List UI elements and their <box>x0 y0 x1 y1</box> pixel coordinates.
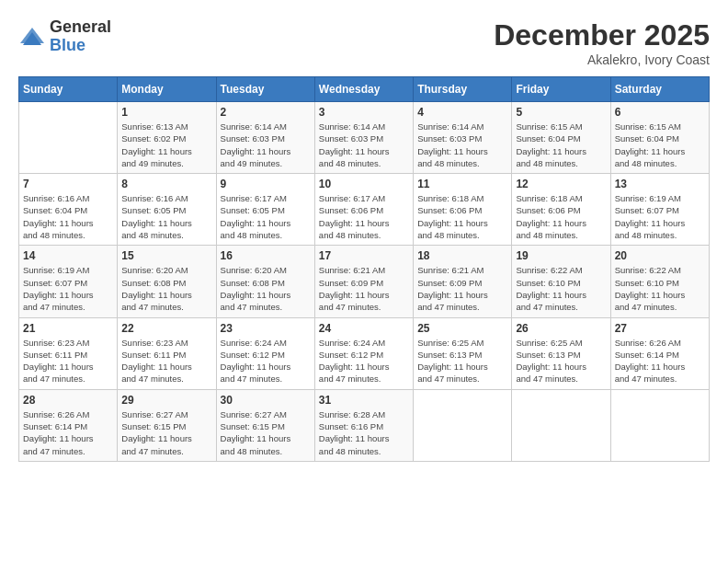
day-number: 21 <box>23 322 113 335</box>
calendar-cell <box>19 102 118 174</box>
day-info: Sunrise: 6:20 AMSunset: 6:08 PMDaylight:… <box>121 264 211 313</box>
calendar-cell: 31Sunrise: 6:28 AMSunset: 6:16 PMDayligh… <box>314 389 413 461</box>
week-row-1: 1Sunrise: 6:13 AMSunset: 6:02 PMDaylight… <box>19 102 710 174</box>
day-number: 19 <box>516 249 606 262</box>
day-info: Sunrise: 6:15 AMSunset: 6:04 PMDaylight:… <box>615 121 705 169</box>
calendar-cell: 29Sunrise: 6:27 AMSunset: 6:15 PMDayligh… <box>118 389 216 461</box>
calendar-cell: 2Sunrise: 6:14 AMSunset: 6:03 PMDaylight… <box>216 102 314 174</box>
day-number: 8 <box>121 178 211 190</box>
day-info: Sunrise: 6:26 AMSunset: 6:14 PMDaylight:… <box>615 337 705 385</box>
calendar-cell: 22Sunrise: 6:23 AMSunset: 6:11 PMDayligh… <box>118 317 216 389</box>
calendar-cell: 14Sunrise: 6:19 AMSunset: 6:07 PMDayligh… <box>19 246 118 317</box>
logo-general: General <box>50 18 111 37</box>
day-info: Sunrise: 6:23 AMSunset: 6:11 PMDaylight:… <box>23 337 113 385</box>
calendar-cell: 4Sunrise: 6:14 AMSunset: 6:03 PMDaylight… <box>414 102 512 174</box>
calendar-cell: 11Sunrise: 6:18 AMSunset: 6:06 PMDayligh… <box>414 174 512 246</box>
calendar-cell: 25Sunrise: 6:25 AMSunset: 6:13 PMDayligh… <box>414 317 512 389</box>
day-info: Sunrise: 6:23 AMSunset: 6:11 PMDaylight:… <box>121 337 211 385</box>
day-number: 1 <box>121 106 211 119</box>
day-info: Sunrise: 6:19 AMSunset: 6:07 PMDaylight:… <box>23 264 113 313</box>
day-number: 20 <box>615 249 705 262</box>
week-row-2: 7Sunrise: 6:16 AMSunset: 6:04 PMDaylight… <box>19 174 710 246</box>
day-number: 27 <box>615 322 705 335</box>
day-info: Sunrise: 6:14 AMSunset: 6:03 PMDaylight:… <box>319 121 409 169</box>
day-info: Sunrise: 6:19 AMSunset: 6:07 PMDaylight:… <box>615 192 705 241</box>
day-info: Sunrise: 6:21 AMSunset: 6:09 PMDaylight:… <box>319 264 409 313</box>
day-number: 14 <box>23 249 113 262</box>
day-info: Sunrise: 6:17 AMSunset: 6:06 PMDaylight:… <box>319 192 409 241</box>
calendar: SundayMondayTuesdayWednesdayThursdayFrid… <box>18 76 710 462</box>
calendar-cell: 24Sunrise: 6:24 AMSunset: 6:12 PMDayligh… <box>314 317 413 389</box>
day-info: Sunrise: 6:27 AMSunset: 6:15 PMDaylight:… <box>121 408 211 457</box>
day-info: Sunrise: 6:14 AMSunset: 6:03 PMDaylight:… <box>221 121 311 169</box>
calendar-cell: 23Sunrise: 6:24 AMSunset: 6:12 PMDayligh… <box>216 317 314 389</box>
day-number: 10 <box>319 178 409 190</box>
week-row-3: 14Sunrise: 6:19 AMSunset: 6:07 PMDayligh… <box>19 246 710 317</box>
day-info: Sunrise: 6:26 AMSunset: 6:14 PMDaylight:… <box>23 408 113 457</box>
calendar-cell: 8Sunrise: 6:16 AMSunset: 6:05 PMDaylight… <box>118 174 216 246</box>
calendar-cell: 6Sunrise: 6:15 AMSunset: 6:04 PMDaylight… <box>610 102 709 174</box>
calendar-cell: 5Sunrise: 6:15 AMSunset: 6:04 PMDaylight… <box>512 102 610 174</box>
day-number: 15 <box>121 249 211 262</box>
week-row-4: 21Sunrise: 6:23 AMSunset: 6:11 PMDayligh… <box>19 317 710 389</box>
day-header-wednesday: Wednesday <box>314 77 413 102</box>
logo: General Blue <box>18 18 111 55</box>
day-number: 26 <box>516 322 606 335</box>
calendar-cell <box>512 389 610 461</box>
week-row-5: 28Sunrise: 6:26 AMSunset: 6:14 PMDayligh… <box>19 389 710 461</box>
day-number: 29 <box>121 394 211 407</box>
day-number: 28 <box>23 394 113 407</box>
day-info: Sunrise: 6:17 AMSunset: 6:05 PMDaylight:… <box>221 192 311 241</box>
day-info: Sunrise: 6:20 AMSunset: 6:08 PMDaylight:… <box>221 264 311 313</box>
day-header-sunday: Sunday <box>19 77 118 102</box>
day-info: Sunrise: 6:15 AMSunset: 6:04 PMDaylight:… <box>516 121 606 169</box>
calendar-cell: 20Sunrise: 6:22 AMSunset: 6:10 PMDayligh… <box>610 246 709 317</box>
header-row: SundayMondayTuesdayWednesdayThursdayFrid… <box>19 77 710 102</box>
calendar-cell: 27Sunrise: 6:26 AMSunset: 6:14 PMDayligh… <box>610 317 709 389</box>
day-number: 7 <box>23 178 113 190</box>
day-info: Sunrise: 6:16 AMSunset: 6:04 PMDaylight:… <box>23 192 113 241</box>
day-info: Sunrise: 6:14 AMSunset: 6:03 PMDaylight:… <box>417 121 507 169</box>
day-info: Sunrise: 6:13 AMSunset: 6:02 PMDaylight:… <box>121 121 211 169</box>
calendar-cell: 16Sunrise: 6:20 AMSunset: 6:08 PMDayligh… <box>216 246 314 317</box>
calendar-cell: 13Sunrise: 6:19 AMSunset: 6:07 PMDayligh… <box>610 174 709 246</box>
day-info: Sunrise: 6:24 AMSunset: 6:12 PMDaylight:… <box>319 337 409 385</box>
day-info: Sunrise: 6:22 AMSunset: 6:10 PMDaylight:… <box>615 264 705 313</box>
day-number: 6 <box>615 106 705 119</box>
month-title: December 2025 <box>494 18 710 52</box>
calendar-cell: 10Sunrise: 6:17 AMSunset: 6:06 PMDayligh… <box>314 174 413 246</box>
day-header-saturday: Saturday <box>610 77 709 102</box>
day-header-tuesday: Tuesday <box>216 77 314 102</box>
day-info: Sunrise: 6:18 AMSunset: 6:06 PMDaylight:… <box>417 192 507 241</box>
day-number: 12 <box>516 178 606 190</box>
calendar-cell: 19Sunrise: 6:22 AMSunset: 6:10 PMDayligh… <box>512 246 610 317</box>
day-number: 30 <box>221 394 311 407</box>
day-number: 31 <box>319 394 409 407</box>
calendar-cell: 12Sunrise: 6:18 AMSunset: 6:06 PMDayligh… <box>512 174 610 246</box>
day-header-thursday: Thursday <box>414 77 512 102</box>
day-info: Sunrise: 6:27 AMSunset: 6:15 PMDaylight:… <box>221 408 311 457</box>
day-number: 3 <box>319 106 409 119</box>
calendar-cell: 15Sunrise: 6:20 AMSunset: 6:08 PMDayligh… <box>118 246 216 317</box>
day-number: 24 <box>319 322 409 335</box>
calendar-cell: 18Sunrise: 6:21 AMSunset: 6:09 PMDayligh… <box>414 246 512 317</box>
day-info: Sunrise: 6:16 AMSunset: 6:05 PMDaylight:… <box>121 192 211 241</box>
day-info: Sunrise: 6:25 AMSunset: 6:13 PMDaylight:… <box>516 337 606 385</box>
logo-blue: Blue <box>50 37 111 55</box>
calendar-cell: 7Sunrise: 6:16 AMSunset: 6:04 PMDaylight… <box>19 174 118 246</box>
location: Akalekro, Ivory Coast <box>494 52 710 67</box>
day-info: Sunrise: 6:22 AMSunset: 6:10 PMDaylight:… <box>516 264 606 313</box>
day-number: 23 <box>221 322 311 335</box>
day-number: 5 <box>516 106 606 119</box>
day-info: Sunrise: 6:28 AMSunset: 6:16 PMDaylight:… <box>319 408 409 457</box>
calendar-cell: 1Sunrise: 6:13 AMSunset: 6:02 PMDaylight… <box>118 102 216 174</box>
day-info: Sunrise: 6:24 AMSunset: 6:12 PMDaylight:… <box>221 337 311 385</box>
calendar-cell <box>610 389 709 461</box>
day-number: 22 <box>121 322 211 335</box>
day-number: 17 <box>319 249 409 262</box>
day-number: 9 <box>221 178 311 190</box>
calendar-cell: 26Sunrise: 6:25 AMSunset: 6:13 PMDayligh… <box>512 317 610 389</box>
day-number: 11 <box>417 178 507 190</box>
day-number: 4 <box>417 106 507 119</box>
calendar-cell: 3Sunrise: 6:14 AMSunset: 6:03 PMDaylight… <box>314 102 413 174</box>
